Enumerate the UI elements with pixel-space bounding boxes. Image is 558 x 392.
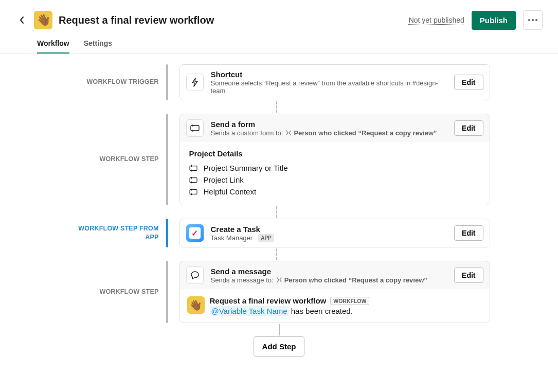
label-step-from-app: WORKFLOW STEP FROM APP [68,219,166,247]
form-step-card[interactable]: Send a form Sends a custom form to: Pers… [179,114,490,205]
label-trigger: WORKFLOW TRIGGER [68,64,166,100]
connector [276,206,277,218]
form-input-icon [190,124,200,132]
form-step-title: Send a form [211,120,447,129]
message-preview: @Variable Task Name has been created. [210,307,482,315]
message-step-card[interactable]: Send a message Sends a message to: Perso… [179,261,490,323]
tab-settings[interactable]: Settings [84,39,112,54]
workflow-title: Request a final review workflow [59,14,214,26]
connector [276,248,277,260]
edit-message-button[interactable]: Edit [454,268,483,283]
message-step-desc: Sends a message to: Person who clicked “… [211,276,447,284]
form-icon [186,119,204,137]
trigger-card[interactable]: Shortcut Someone selects “Request a revi… [179,64,490,100]
tab-workflow[interactable]: Workflow [37,39,69,54]
publish-status[interactable]: Not yet published [409,16,464,24]
lightning-icon [190,78,200,87]
trigger-desc: Someone selects “Request a review” from … [211,79,447,95]
step-indicator [166,261,168,323]
workflow-emoji-icon: 👋🏾 [187,296,205,314]
variable-icon [276,277,282,283]
publish-button[interactable]: Publish [472,11,516,30]
app-step-title: Create a Task [211,225,447,234]
message-step-title: Send a message [211,267,447,276]
label-step: WORKFLOW STEP [68,261,166,323]
svg-rect-6 [190,189,197,194]
form-field: Project Summary or Title [189,162,480,174]
workflow-emoji-icon: 👋🏾 [34,11,52,29]
field-icon [189,165,197,172]
back-button[interactable] [15,14,28,26]
task-manager-app-icon: ✓ [186,224,204,242]
svg-rect-4 [190,166,197,170]
app-step-sub: Task Manager APP [211,234,447,242]
edit-form-button[interactable]: Edit [454,120,483,136]
svg-point-1 [532,19,534,21]
builder-header: 👋🏾 Request a final review workflow Not y… [0,0,558,30]
add-step-button[interactable]: Add Step [254,336,305,357]
form-field: Project Link [189,174,480,186]
edit-trigger-button[interactable]: Edit [454,75,483,90]
variable-icon [285,130,292,136]
connector [276,101,277,113]
form-section-title: Project Details [189,149,480,158]
variable-token: @Variable Task Name [210,306,289,316]
form-field: Helpful Context [189,186,480,198]
shortcut-icon [186,74,204,91]
step-indicator-active [166,219,168,247]
chevron-left-icon [19,16,24,24]
label-step: WORKFLOW STEP [68,114,166,205]
step-indicator [166,114,168,205]
app-step-card[interactable]: ✓ Create a Task Task Manager APP Edit [179,219,490,247]
form-step-desc: Sends a custom form to: Person who click… [211,129,447,137]
svg-rect-5 [190,177,197,182]
more-actions-button[interactable] [523,10,543,30]
field-icon [189,176,197,184]
step-indicator [166,64,168,100]
svg-rect-3 [191,126,199,131]
field-icon [189,188,197,195]
connector [279,324,280,335]
trigger-title: Shortcut [211,70,447,79]
chat-bubble-icon [190,271,200,280]
message-workflow-name: Request a final review workflow [210,296,327,305]
edit-app-step-button[interactable]: Edit [454,225,483,241]
svg-point-2 [535,19,537,21]
tabs: Workflow Settings [0,30,558,54]
message-icon [186,266,204,284]
workflow-badge: WORKFLOW [330,297,369,305]
ellipsis-icon [528,19,537,21]
svg-point-0 [528,19,530,21]
app-badge: APP [258,234,274,242]
workflow-canvas: WORKFLOW TRIGGER Shortcut Someone select… [0,54,558,379]
